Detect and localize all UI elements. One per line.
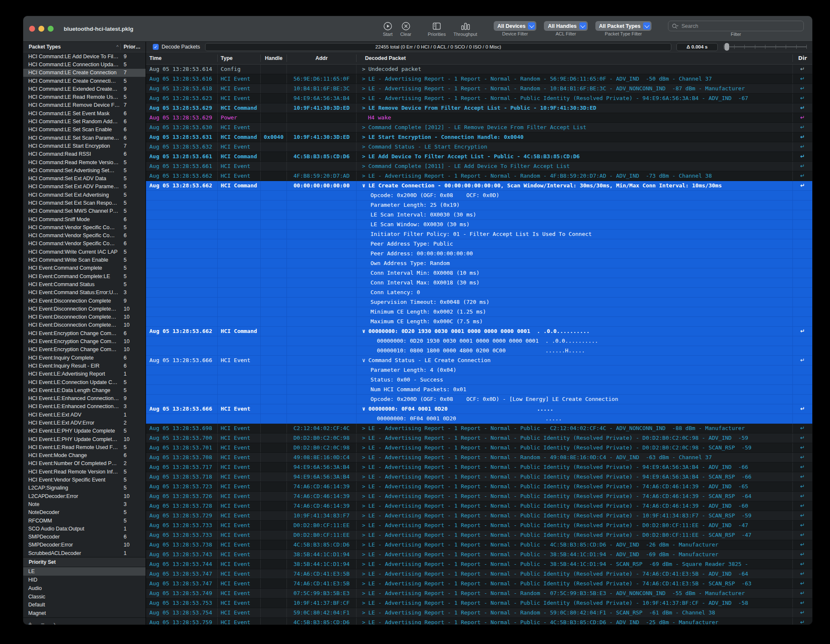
disclosure-closed-icon[interactable]: >	[362, 162, 367, 171]
minimize-window-button[interactable]	[38, 26, 44, 32]
disclosure-closed-icon[interactable]: >	[362, 589, 367, 598]
packet-type-row[interactable]: HCI Event:Mode Change6	[23, 452, 146, 460]
packet-row[interactable]: Num HCI Command Packets: 0x01	[146, 385, 812, 395]
packet-type-row[interactable]: HCI Command:LE Start Encryption7	[23, 142, 146, 150]
disclosure-closed-icon[interactable]: >	[362, 569, 367, 579]
packet-row[interactable]: Aug 05 13:28:53.630HCI Event>Command Com…	[146, 123, 812, 133]
packet-type-row[interactable]: HCI Command:LE Set Scan Parame…6	[23, 134, 146, 142]
packet-row[interactable]: Aug 05 13:28:53.754HCI Event59:0C:80:42:…	[146, 608, 812, 618]
packet-type-row[interactable]: L2CAP:Signaling5	[23, 484, 146, 492]
packet-row[interactable]: Aug 05 13:28:53.726HCI Event74:A6:CD:46:…	[146, 492, 812, 501]
disclosure-open-icon[interactable]: ∨	[362, 356, 367, 365]
disclosure-closed-icon[interactable]: >	[362, 74, 367, 84]
packet-type-row[interactable]: HCI Command:Vendor Specific Co…5	[23, 223, 146, 231]
packet-type-row[interactable]: HCI Event:LE:Ext ADV1	[23, 411, 146, 419]
packet-row[interactable]: Aug 05 13:28:53.698HCI EventC2:12:04:02:…	[146, 424, 812, 433]
packet-row[interactable]: Aug 05 13:28:53.744HCI Event38:5B:44:1C:…	[146, 560, 812, 569]
priority-set-row[interactable]: Audio	[23, 584, 146, 593]
disclosure-closed-icon[interactable]: >	[362, 618, 367, 625]
clear-button[interactable]: Clear	[400, 21, 411, 37]
packet-type-row[interactable]: HCI Command:Set Ext Scan Respo…5	[23, 199, 146, 207]
packet-type-row[interactable]: HCI Command:Set Ext Advertising5	[23, 191, 146, 199]
disclosure-open-icon[interactable]: ∨	[362, 404, 367, 414]
disclosure-closed-icon[interactable]: >	[362, 152, 367, 161]
packet-row[interactable]: Aug 05 13:28:53.743HCI Event38:5B:44:1C:…	[146, 550, 812, 560]
search-field[interactable]	[668, 21, 804, 31]
packet-type-row[interactable]: HCI Command:LE Create Connecti…5	[23, 77, 146, 85]
disclosure-closed-icon[interactable]: >	[362, 598, 367, 608]
add-button[interactable]: +	[28, 620, 32, 625]
packet-type-row[interactable]: HCI Command:LE Extended Create…9	[23, 85, 146, 93]
packet-row[interactable]: Conn Latency: 0	[146, 288, 812, 298]
packet-type-row[interactable]: HCI Command:Read Remote Versio…5	[23, 158, 146, 166]
packet-type-row[interactable]: HCI Command:LE Create Connection7	[23, 69, 146, 77]
zoom-window-button[interactable]	[48, 26, 54, 32]
disclosure-closed-icon[interactable]: >	[362, 579, 367, 588]
throughput-button[interactable]: Throughput	[454, 21, 477, 37]
packet-type-row[interactable]: HCI Command:Write Current IAC LAP5	[23, 248, 146, 256]
disclosure-closed-icon[interactable]: >	[362, 84, 367, 93]
packet-row[interactable]: Aug 05 13:28:53.733HCI EventD0:D2:B0:CF:…	[146, 521, 812, 530]
packet-row[interactable]: Aug 05 13:28:53.700HCI EventD0:D2:B0:C2:…	[146, 433, 812, 443]
packet-type-row[interactable]: SCO Audio Data:Output1	[23, 525, 146, 533]
packet-type-filter-dropdown[interactable]: All Packet Types Packet Type Filter	[595, 21, 652, 36]
disclosure-closed-icon[interactable]: >	[362, 530, 367, 540]
packet-type-row[interactable]: HCI Command:LE Set Scan Enable6	[23, 126, 146, 134]
column-header-type[interactable]: Type	[218, 54, 261, 62]
disclosure-closed-icon[interactable]: >	[362, 94, 367, 103]
priorities-button[interactable]: Priorities	[428, 21, 446, 37]
packet-type-row[interactable]: HCI Event:Command Complete:LE5	[23, 272, 146, 280]
packet-type-row[interactable]: HCI Event:LE:Ext ADV:Error2	[23, 419, 146, 427]
start-button[interactable]: Start	[383, 21, 392, 37]
priority-set-row[interactable]: Default	[23, 601, 146, 609]
packet-type-row[interactable]: HCI Command:Sniff Mode6	[23, 215, 146, 223]
disclosure-closed-icon[interactable]: >	[362, 142, 367, 152]
packet-row[interactable]: Status: 0x00 - Success	[146, 375, 812, 385]
disclosure-closed-icon[interactable]: >	[362, 133, 367, 142]
priority-set-row[interactable]: HID	[23, 576, 146, 584]
packet-row[interactable]: Aug 05 13:28:53.733HCI EventD0:D2:B0:CF:…	[146, 530, 812, 540]
packet-row[interactable]: Aug 05 13:28:53.728HCI Event74:A6:CD:46:…	[146, 501, 812, 511]
packet-type-row[interactable]: HCI Command:LE Add Device To Fil…9	[23, 52, 146, 60]
disclosure-closed-icon[interactable]: >	[362, 608, 367, 617]
packet-type-row[interactable]: HCI Event:Disconnection Complete9	[23, 297, 146, 305]
packet-row[interactable]: Aug 05 13:28:53.717HCI Event94:E9:6A:56:…	[146, 463, 812, 472]
packet-row[interactable]: Aug 05 13:28:53.661HCI Command4C:5B:B3:8…	[146, 152, 812, 162]
packet-type-row[interactable]: HCI Event:LE:Read Remote Used F…5	[23, 443, 146, 451]
packet-row[interactable]: LE Scan Interval: 0X0030 (30 ms)	[146, 210, 812, 220]
packet-type-row[interactable]: RFCOMM5	[23, 517, 146, 525]
packet-row[interactable]: Aug 05 13:28:53.701HCI EventD0:D2:B0:C2:…	[146, 443, 812, 453]
packet-type-row[interactable]: HCI Event:Inquiry Result - EIR6	[23, 362, 146, 370]
packet-type-row[interactable]: HCI Event:Vendor Specific Event5	[23, 476, 146, 484]
packet-type-row[interactable]: HCI Event:Number Of Completed P…2	[23, 460, 146, 468]
disclosure-closed-icon[interactable]: >	[362, 521, 367, 530]
disclosure-closed-icon[interactable]: >	[362, 540, 367, 549]
disclosure-closed-icon[interactable]: >	[362, 463, 367, 472]
packet-row[interactable]: Aug 05 13:28:53.661HCI Event>Command Com…	[146, 162, 812, 171]
packet-row[interactable]: Parameter Length: 25 (0x19)	[146, 200, 812, 210]
packet-type-row[interactable]: SMPDecoder:Error10	[23, 541, 146, 549]
packet-type-row[interactable]: HCI Event:LE:PHY Update Complete5	[23, 427, 146, 435]
column-header-decoded-packet[interactable]: Decoded Packet	[357, 54, 793, 62]
packet-row[interactable]: Aug 05 13:28:53.616HCI Event56:9E:D6:11:…	[146, 74, 812, 84]
packet-row[interactable]: Aug 05 13:28:53.631HCI Command0x004010:9…	[146, 133, 812, 142]
priority-set-row[interactable]: Classic	[23, 593, 146, 601]
disclosure-closed-icon[interactable]: >	[362, 65, 367, 74]
slider-thumb[interactable]	[725, 43, 729, 51]
disclosure-closed-icon[interactable]: >	[362, 560, 367, 569]
packet-row[interactable]: Supervision Timeout: 0x0048 (720 ms)	[146, 298, 812, 307]
packet-type-row[interactable]: HCI Event:LE:Advertising Report1	[23, 370, 146, 378]
packet-row[interactable]: 00000000: 0F04 0001 0D20 .....	[146, 414, 812, 424]
packet-row[interactable]: Minimum CE Length: 0x0002 (1.25 ms)	[146, 307, 812, 317]
disclosure-closed-icon[interactable]: >	[362, 424, 367, 433]
packet-type-row[interactable]: NoteDecoder5	[23, 509, 146, 517]
packet-row[interactable]: Maximum CE Length: 0x000C (7.5 ms)	[146, 317, 812, 327]
packet-row[interactable]: Peer Address: 00:00:00:00:00:00	[146, 249, 812, 259]
packet-type-row[interactable]: HCI Command:LE Connection Upda…5	[23, 60, 146, 68]
column-header-handle[interactable]: Handle	[261, 54, 287, 62]
packet-row[interactable]: Aug 05 13:28:53.632HCI Event>Command Sta…	[146, 142, 812, 152]
packet-row[interactable]: Aug 05 13:28:53.629HCI Command10:9F:41:3…	[146, 103, 812, 113]
packet-type-row[interactable]: ScrubbedACLDecoder1	[23, 549, 146, 557]
packet-type-row[interactable]: L2CAPDecoder:Error10	[23, 492, 146, 500]
sidebar-header[interactable]: Packet Types ^ Prior…	[23, 42, 146, 52]
